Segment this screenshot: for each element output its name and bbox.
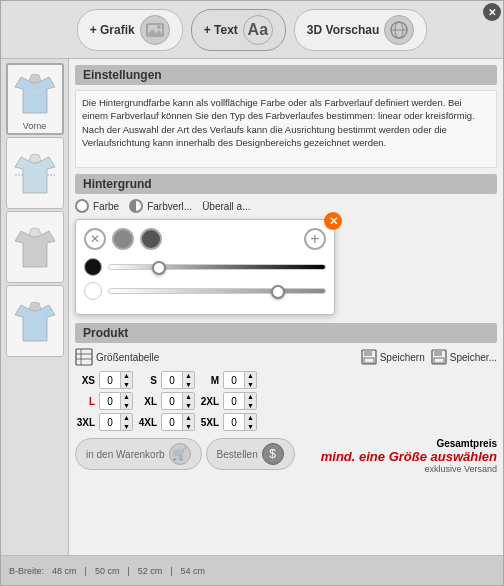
warenkorb-button[interactable]: in den Warenkorb 🛒	[75, 438, 202, 470]
color-gray[interactable]	[112, 228, 134, 250]
5xl-spinner: ▲ ▼	[244, 413, 256, 431]
bottom-bar-val6: |	[170, 566, 172, 576]
4xl-input[interactable]	[162, 417, 182, 428]
xs-down[interactable]: ▼	[120, 380, 132, 389]
speichern-btn[interactable]: Speichern	[361, 349, 425, 365]
xl-input[interactable]	[162, 396, 182, 407]
s-input-wrap: ▲ ▼	[161, 371, 195, 389]
s-down[interactable]: ▼	[182, 380, 194, 389]
ueberall-label: Überall a...	[202, 201, 250, 212]
5xl-up[interactable]: ▲	[244, 413, 256, 422]
farbe-radio[interactable]	[75, 199, 89, 213]
speichern-label: Speichern	[380, 352, 425, 363]
xl-input-wrap: ▲ ▼	[161, 392, 195, 410]
m-input[interactable]	[224, 375, 244, 386]
bottom-bar-val1: 48 cm	[52, 566, 77, 576]
slider-thumb-gray[interactable]	[271, 285, 285, 299]
content-area: Vorne	[1, 59, 503, 555]
produkt-actions: Größentabelle Speichern	[75, 348, 497, 366]
sidebar-item-4[interactable]	[6, 285, 64, 357]
farbe-label: Farbe	[93, 201, 119, 212]
color-dark-gray[interactable]	[140, 228, 162, 250]
sidebar-label-vorne: Vorne	[23, 121, 47, 131]
sidebar-item-vorne[interactable]: Vorne	[6, 63, 64, 135]
l-up[interactable]: ▲	[120, 392, 132, 401]
bottom-bar-val3: 50 cm	[95, 566, 120, 576]
2xl-label: 2XL	[199, 396, 219, 407]
farbverlauf-label: Farbverl...	[147, 201, 192, 212]
color-picker-popup: ✕ ✕ +	[75, 219, 335, 315]
price-area: Gesamtpreis mind. eine Größe auswählen e…	[321, 438, 497, 474]
exklusive-label: exklusive Versand	[321, 464, 497, 474]
svg-rect-14	[364, 350, 372, 356]
bottom-bar-label: B-Breite:	[9, 566, 44, 576]
xs-up[interactable]: ▲	[120, 371, 132, 380]
slider-gray[interactable]	[108, 288, 326, 294]
4xl-label: 4XL	[137, 417, 157, 428]
farbverlauf-radio[interactable]	[129, 199, 143, 213]
xl-down[interactable]: ▼	[182, 401, 194, 410]
cart-icon: 🛒	[169, 443, 191, 465]
text-label: + Text	[204, 23, 238, 37]
slider-black[interactable]	[108, 264, 326, 270]
5xl-down[interactable]: ▼	[244, 422, 256, 431]
sidebar-item-3[interactable]	[6, 211, 64, 283]
s-input[interactable]	[162, 375, 182, 386]
popup-close-button[interactable]: ✕	[324, 212, 342, 230]
s-label: S	[137, 375, 157, 386]
toolbar: + Grafik + Text Aa 3D Vorschau	[1, 1, 503, 59]
2xl-up[interactable]: ▲	[244, 392, 256, 401]
xl-label: XL	[137, 396, 157, 407]
l-down[interactable]: ▼	[120, 401, 132, 410]
s-up[interactable]: ▲	[182, 371, 194, 380]
3xl-up[interactable]: ▲	[120, 413, 132, 422]
xs-input[interactable]	[100, 375, 120, 386]
4xl-spinner: ▲ ▼	[182, 413, 194, 431]
svg-rect-17	[434, 350, 442, 356]
hintergrund-options: Farbe Farbverl... Überall a...	[75, 199, 497, 213]
save2-icon	[431, 349, 447, 365]
einstellungen-info: Die Hintergrundfarbe kann als vollflächi…	[75, 90, 497, 168]
5xl-input[interactable]	[224, 417, 244, 428]
grafik-button[interactable]: + Grafik	[77, 9, 183, 51]
size-grid: XS ▲ ▼ S ▲	[75, 371, 497, 431]
text-button[interactable]: + Text Aa	[191, 9, 286, 51]
xs-input-wrap: ▲ ▼	[99, 371, 133, 389]
4xl-up[interactable]: ▲	[182, 413, 194, 422]
close-button[interactable]: ✕	[483, 3, 501, 21]
slider-thumb-black[interactable]	[152, 261, 166, 275]
m-input-wrap: ▲ ▼	[223, 371, 257, 389]
svg-rect-18	[434, 358, 444, 363]
groessentabelle-btn[interactable]: Größentabelle	[75, 348, 159, 366]
m-down[interactable]: ▼	[244, 380, 256, 389]
preview-button[interactable]: 3D Vorschau	[294, 9, 427, 51]
warenkorb-label: in den Warenkorb	[86, 449, 165, 460]
3xl-down[interactable]: ▼	[120, 422, 132, 431]
sidebar: Vorne	[1, 59, 69, 555]
ueberall-option[interactable]: Überall a...	[202, 201, 250, 212]
save-icon	[361, 349, 377, 365]
remove-color-btn[interactable]: ✕	[84, 228, 106, 250]
bestellen-button[interactable]: Bestellen $	[206, 438, 295, 470]
svg-point-2	[157, 25, 161, 29]
add-color-btn[interactable]: +	[304, 228, 326, 250]
m-up[interactable]: ▲	[244, 371, 256, 380]
speichern2-btn[interactable]: Speicher...	[431, 349, 497, 365]
groessentabelle-label: Größentabelle	[96, 352, 159, 363]
sidebar-item-2[interactable]	[6, 137, 64, 209]
text-icon: Aa	[243, 15, 273, 45]
svg-rect-15	[364, 358, 374, 363]
s-spinner: ▲ ▼	[182, 371, 194, 389]
3xl-input[interactable]	[100, 417, 120, 428]
m-label: M	[199, 375, 219, 386]
xl-up[interactable]: ▲	[182, 392, 194, 401]
2xl-input[interactable]	[224, 396, 244, 407]
dollar-icon: $	[262, 443, 284, 465]
2xl-down[interactable]: ▼	[244, 401, 256, 410]
bottom-bar-val4: |	[127, 566, 129, 576]
slider-row-black	[84, 258, 326, 276]
farbe-option[interactable]: Farbe	[75, 199, 119, 213]
l-input[interactable]	[100, 396, 120, 407]
4xl-down[interactable]: ▼	[182, 422, 194, 431]
farbverlauf-option[interactable]: Farbverl...	[129, 199, 192, 213]
